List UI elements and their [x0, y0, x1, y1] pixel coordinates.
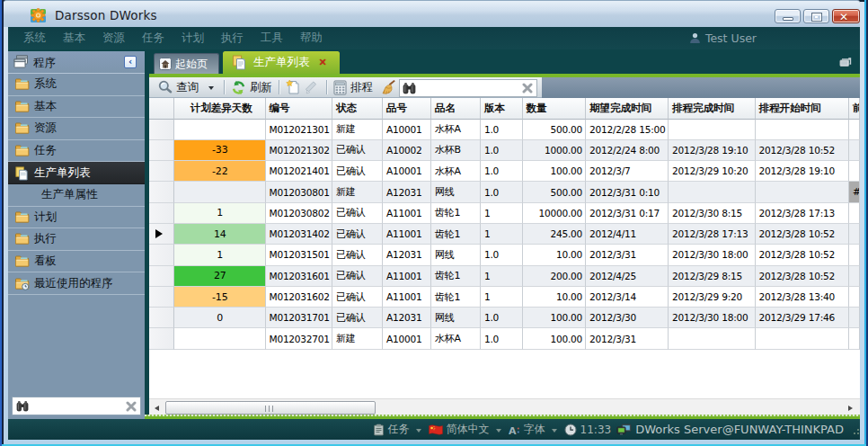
cell-4-5[interactable]: 网线	[431, 182, 481, 202]
cell-1-3[interactable]: 新建	[332, 120, 383, 140]
cell-2-11[interactable]	[849, 140, 860, 161]
status-item-font[interactable]: A字体	[509, 422, 559, 437]
sidebar-item-6[interactable]: 生产单属性	[8, 184, 145, 207]
cell-2-10[interactable]: 2012/3/28 10:52	[756, 140, 850, 161]
cell-8-11[interactable]	[849, 266, 860, 287]
cell-3-2[interactable]: M012021401	[266, 161, 333, 182]
schedule-button[interactable]: 排程	[350, 80, 373, 95]
cell-2-2[interactable]: M012021302	[266, 140, 333, 161]
cell-5-8[interactable]: 2012/3/31 0:17	[586, 203, 669, 224]
menu-item-5[interactable]: 计划	[173, 27, 212, 49]
cell-11-9[interactable]	[669, 328, 756, 349]
cell-3-8[interactable]: 2012/3/7	[586, 161, 669, 182]
cell-3-10[interactable]: 2012/3/28 19:10	[756, 161, 850, 182]
cell-4-7[interactable]: 500.00	[523, 182, 587, 202]
cell-2-7[interactable]: 1000.00	[523, 140, 587, 161]
cell-8-8[interactable]: 2012/4/25	[586, 266, 669, 287]
table-row-3[interactable]: -22M012021401已确认A10001水杯A1.0100.002012/3…	[149, 161, 860, 182]
cell-10-1[interactable]: 0	[174, 308, 266, 328]
cell-1-2[interactable]: M012021301	[266, 120, 333, 140]
restore-button[interactable]	[803, 9, 829, 23]
table-row-8[interactable]: 27M012031601已确认A11001齿轮11200.002012/4/25…	[149, 266, 860, 287]
cell-1-1[interactable]	[174, 120, 266, 140]
sidebar-item-3[interactable]: 资源	[8, 118, 145, 140]
sidebar-item-4[interactable]: 任务	[8, 140, 145, 163]
cell-3-7[interactable]: 100.00	[523, 161, 587, 182]
menu-item-6[interactable]: 执行	[213, 27, 252, 49]
cell-3-9[interactable]: 2012/3/29 10:20	[669, 161, 756, 182]
cell-9-9[interactable]: 2012/3/29 9:20	[669, 287, 756, 308]
menu-item-3[interactable]: 资源	[94, 27, 133, 49]
cell-2-9[interactable]: 2012/3/28 19:10	[669, 140, 756, 161]
cell-3-1[interactable]: -22	[174, 161, 266, 182]
table-row-11[interactable]: M012032701新建A10001水杯A1.0100.002012/3/31	[149, 328, 860, 349]
cell-9-2[interactable]: M012031602	[266, 287, 333, 308]
cell-6-11[interactable]	[849, 224, 860, 245]
sidebar-item-8[interactable]: 执行	[8, 228, 145, 251]
cell-7-8[interactable]: 2012/3/31	[586, 245, 669, 265]
cell-3-4[interactable]: A10001	[383, 161, 431, 182]
cell-9-3[interactable]: 已确认	[332, 287, 383, 308]
cell-6-10[interactable]: 2012/3/28 10:52	[756, 224, 850, 245]
table-row-6[interactable]: 14M012031402已确认A11001齿轮11245.002012/4/11…	[149, 224, 860, 245]
cell-4-2[interactable]: M012030801	[266, 182, 333, 202]
cell-7-10[interactable]: 2012/3/28 10:52	[756, 245, 850, 265]
cell-2-1[interactable]: -33	[174, 140, 266, 161]
column-header-1[interactable]: 计划差异天数	[174, 98, 266, 120]
row-header-cell[interactable]	[149, 328, 174, 349]
cell-8-6[interactable]: 1	[481, 266, 523, 287]
cell-11-8[interactable]: 2012/3/31	[586, 328, 669, 349]
menu-item-2[interactable]: 基本	[55, 27, 93, 49]
cell-6-9[interactable]: 2012/3/28 17:13	[669, 224, 756, 245]
cell-4-11[interactable]: #	[849, 182, 860, 202]
scrollbar-thumb[interactable]	[165, 401, 376, 415]
broom-icon[interactable]	[380, 80, 397, 95]
cell-4-4[interactable]: A12031	[383, 182, 431, 202]
cell-2-6[interactable]: 1.0	[481, 140, 523, 161]
column-header-11[interactable]: 前	[849, 98, 860, 120]
menu-item-7[interactable]: 工具	[252, 27, 291, 49]
cell-2-5[interactable]: 水杯B	[431, 140, 481, 161]
resize-grip-icon[interactable]	[851, 424, 859, 434]
sidebar-item-9[interactable]: 看板	[8, 251, 145, 273]
cell-6-3[interactable]: 已确认	[332, 224, 383, 245]
cell-9-4[interactable]: A11001	[383, 287, 431, 308]
cell-10-5[interactable]: 网线	[431, 308, 481, 328]
cell-5-11[interactable]	[849, 203, 860, 224]
cell-10-10[interactable]: 2012/3/29 17:46	[756, 308, 850, 328]
cell-10-9[interactable]: 2012/3/30 18:00	[669, 308, 756, 328]
cell-11-7[interactable]: 100.00	[523, 328, 587, 349]
cell-10-7[interactable]: 100.00	[523, 308, 587, 328]
cell-7-5[interactable]: 网线	[431, 245, 481, 265]
close-button[interactable]: ✕	[832, 9, 860, 23]
cell-7-6[interactable]: 1.0	[481, 245, 523, 265]
cell-9-1[interactable]: -15	[174, 287, 266, 308]
cell-3-6[interactable]: 1.0	[481, 161, 523, 182]
cell-10-6[interactable]: 1.0	[481, 308, 523, 328]
column-header-9[interactable]: 排程完成时间	[669, 98, 756, 120]
cell-5-2[interactable]: M012030802	[266, 203, 333, 224]
table-row-2[interactable]: -33M012021302已确认A10002水杯B1.01000.002012/…	[149, 140, 860, 161]
cell-6-4[interactable]: A11001	[383, 224, 431, 245]
sidebar-search-clear-icon[interactable]	[122, 401, 140, 412]
menu-item-8[interactable]: 帮助	[292, 27, 331, 49]
cell-9-5[interactable]: 齿轮1	[431, 287, 481, 308]
cell-2-4[interactable]: A10002	[383, 140, 431, 161]
cell-9-10[interactable]: 2012/3/28 13:40	[756, 287, 850, 308]
cell-9-6[interactable]: 1	[481, 287, 523, 308]
cell-10-2[interactable]: M012031701	[266, 308, 333, 328]
cell-11-2[interactable]: M012032701	[266, 328, 333, 349]
cell-3-5[interactable]: 水杯A	[431, 161, 481, 182]
column-header-3[interactable]: 状态	[332, 98, 383, 120]
table-row-7[interactable]: 1M012031501已确认A12031网线1.010.002012/3/312…	[149, 245, 860, 265]
column-header-10[interactable]: 排程开始时间	[756, 98, 850, 120]
cell-9-7[interactable]: 10.00	[523, 287, 587, 308]
cell-2-3[interactable]: 已确认	[332, 140, 383, 161]
row-header-cell[interactable]	[149, 120, 174, 140]
cell-5-1[interactable]: 1	[174, 203, 266, 224]
cell-8-2[interactable]: M012031601	[266, 266, 333, 287]
sidebar-item-2[interactable]: 基本	[8, 96, 145, 119]
row-header-cell[interactable]	[149, 140, 174, 161]
query-dropdown-icon[interactable]	[208, 86, 214, 90]
cell-11-4[interactable]: A10001	[383, 328, 431, 349]
